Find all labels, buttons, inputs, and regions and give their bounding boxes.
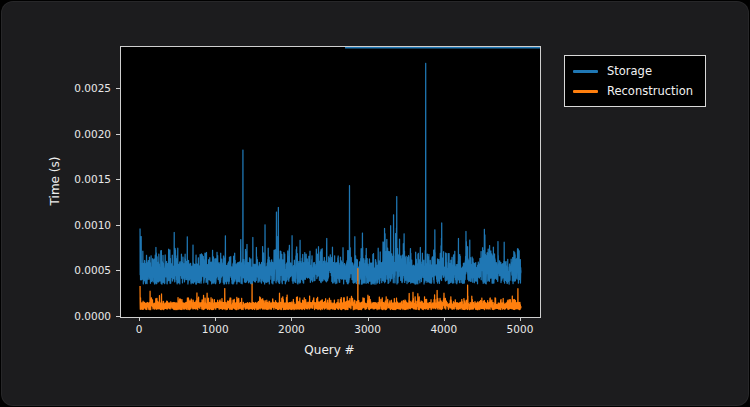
y-tick-mark xyxy=(116,225,120,226)
x-tick-label: 5000 xyxy=(507,323,534,335)
x-tick-mark xyxy=(368,317,369,321)
y-tick-mark xyxy=(116,316,120,317)
x-tick-label: 1000 xyxy=(202,323,229,335)
y-tick-label: 0.0025 xyxy=(74,82,111,94)
plot-area xyxy=(120,46,541,318)
y-tick-mark xyxy=(116,134,120,135)
x-tick-mark xyxy=(520,317,521,321)
x-tick-mark xyxy=(139,317,140,321)
x-tick-label: 3000 xyxy=(354,323,381,335)
y-axis-label: Time (s) xyxy=(48,157,62,206)
storage-line-swatch xyxy=(573,70,598,73)
y-tick-label: 0.0000 xyxy=(74,310,111,322)
y-tick-label: 0.0005 xyxy=(74,264,111,276)
legend-label-storage: Storage xyxy=(607,64,652,78)
chart-canvas xyxy=(121,47,540,317)
x-tick-mark xyxy=(291,317,292,321)
reconstruction-line-swatch xyxy=(573,90,598,93)
y-tick-mark xyxy=(116,179,120,180)
x-tick-label: 0 xyxy=(136,323,143,335)
legend: Storage Reconstruction xyxy=(564,55,706,107)
x-tick-label: 4000 xyxy=(430,323,457,335)
x-tick-mark xyxy=(215,317,216,321)
y-tick-label: 0.0020 xyxy=(74,128,111,140)
y-tick-label: 0.0010 xyxy=(74,219,111,231)
x-tick-mark xyxy=(444,317,445,321)
y-tick-mark xyxy=(116,88,120,89)
legend-label-reconstruction: Reconstruction xyxy=(607,84,693,98)
figure-window: 0100020003000400050000.00000.00050.00100… xyxy=(1,1,749,406)
x-axis-label: Query # xyxy=(120,343,539,357)
legend-item-reconstruction: Reconstruction xyxy=(573,81,693,101)
legend-item-storage: Storage xyxy=(573,61,693,81)
x-tick-label: 2000 xyxy=(278,323,305,335)
y-tick-label: 0.0015 xyxy=(74,173,111,185)
y-tick-mark xyxy=(116,270,120,271)
